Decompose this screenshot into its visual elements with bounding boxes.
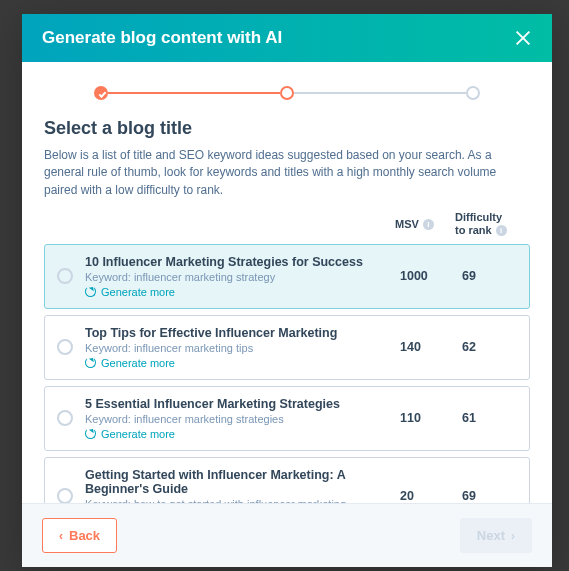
option-msv: 20 [400,489,450,503]
option-title: 10 Influencer Marketing Strategies for S… [85,255,388,269]
radio-icon[interactable] [57,268,73,284]
radio-icon[interactable] [57,339,73,355]
option-difficulty: 62 [462,340,517,354]
column-headers: MSV i Difficulty to rank i [44,211,530,243]
column-msv-label: MSV [395,218,419,230]
option-list: 10 Influencer Marketing Strategies for S… [44,244,530,503]
section-description: Below is a list of title and SEO keyword… [44,147,530,199]
section-heading: Select a blog title [44,118,530,139]
back-button-label: Back [69,528,100,543]
generate-more-link[interactable]: Generate more [85,357,388,369]
column-difficulty: Difficulty to rank i [455,211,520,237]
option-difficulty: 61 [462,411,517,425]
radio-icon[interactable] [57,488,73,503]
step-3-dot [466,86,480,100]
title-option[interactable]: 5 Essential Influencer Marketing Strateg… [44,386,530,451]
generate-more-label: Generate more [101,428,175,440]
step-line-2 [294,92,466,94]
option-keyword: Keyword: influencer marketing tips [85,342,388,354]
title-option[interactable]: Top Tips for Effective Influencer Market… [44,315,530,380]
option-body: 10 Influencer Marketing Strategies for S… [85,255,388,298]
generate-more-link[interactable]: Generate more [85,428,388,440]
refresh-icon [85,428,96,439]
info-icon[interactable]: i [423,219,434,230]
step-2-dot [280,86,294,100]
next-button-label: Next [477,528,505,543]
option-keyword: Keyword: influencer marketing strategies [85,413,388,425]
refresh-icon [85,357,96,368]
option-body: 5 Essential Influencer Marketing Strateg… [85,397,388,440]
option-msv: 110 [400,411,450,425]
modal-footer: ‹ Back Next › [22,503,552,567]
option-title: Top Tips for Effective Influencer Market… [85,326,388,340]
generate-more-label: Generate more [101,357,175,369]
option-msv: 1000 [400,269,450,283]
option-difficulty: 69 [462,269,517,283]
progress-stepper [94,86,480,100]
modal: Generate blog content with AI Select a b… [22,14,552,567]
column-difficulty-label-2: to rank [455,224,492,237]
modal-header: Generate blog content with AI [22,14,552,62]
option-difficulty: 69 [462,489,517,503]
refresh-icon [85,286,96,297]
column-msv: MSV i [395,211,455,237]
step-1-dot [94,86,108,100]
chevron-left-icon: ‹ [59,529,63,543]
close-icon[interactable] [514,29,532,47]
option-body: Top Tips for Effective Influencer Market… [85,326,388,369]
modal-title: Generate blog content with AI [42,28,282,48]
generate-more-link[interactable]: Generate more [85,286,388,298]
option-title: Getting Started with Influencer Marketin… [85,468,388,496]
option-body: Getting Started with Influencer Marketin… [85,468,388,503]
option-keyword: Keyword: influencer marketing strategy [85,271,388,283]
next-button[interactable]: Next › [460,518,532,553]
info-icon[interactable]: i [496,225,507,236]
column-spacer [54,211,395,237]
step-line-1 [108,92,280,94]
title-option[interactable]: Getting Started with Influencer Marketin… [44,457,530,503]
radio-icon[interactable] [57,410,73,426]
column-difficulty-label-1: Difficulty [455,211,502,224]
generate-more-label: Generate more [101,286,175,298]
title-option[interactable]: 10 Influencer Marketing Strategies for S… [44,244,530,309]
chevron-right-icon: › [511,529,515,543]
option-msv: 140 [400,340,450,354]
back-button[interactable]: ‹ Back [42,518,117,553]
option-title: 5 Essential Influencer Marketing Strateg… [85,397,388,411]
modal-body: Select a blog title Below is a list of t… [22,62,552,503]
